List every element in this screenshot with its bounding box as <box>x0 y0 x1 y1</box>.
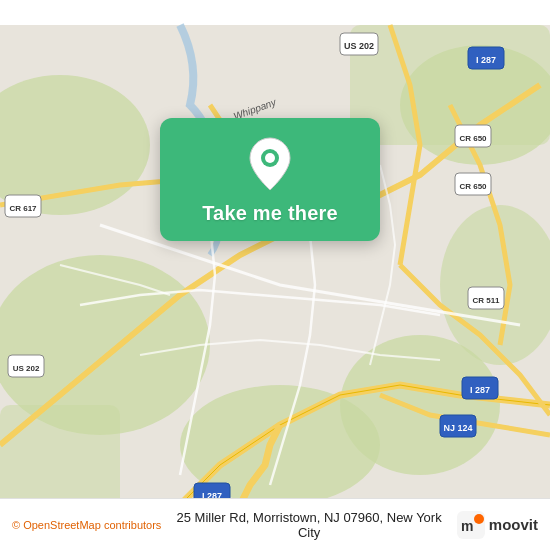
svg-text:I 287: I 287 <box>470 385 490 395</box>
svg-text:NJ 124: NJ 124 <box>443 423 472 433</box>
osm-contributors: contributors <box>104 519 161 531</box>
moovit-icon: m <box>457 511 485 539</box>
map-container: CR 617 US 202 US 202 CR 650 CR 650 CR 51… <box>0 0 550 550</box>
svg-text:CR 511: CR 511 <box>472 296 500 305</box>
svg-text:US 202: US 202 <box>344 41 374 51</box>
map-background: CR 617 US 202 US 202 CR 650 CR 650 CR 51… <box>0 0 550 550</box>
take-me-there-button[interactable]: Take me there <box>202 202 338 225</box>
location-pin-icon <box>247 136 293 192</box>
osm-link[interactable]: OpenStreetMap <box>23 519 101 531</box>
osm-credit: © OpenStreetMap contributors <box>12 519 161 531</box>
svg-text:CR 650: CR 650 <box>459 134 487 143</box>
svg-text:I 287: I 287 <box>476 55 496 65</box>
svg-rect-8 <box>350 25 550 145</box>
action-card: Take me there <box>160 118 380 241</box>
svg-text:CR 617: CR 617 <box>9 204 37 213</box>
svg-text:US 202: US 202 <box>13 364 40 373</box>
svg-point-34 <box>474 514 484 524</box>
osm-copyright-symbol: © <box>12 519 20 531</box>
moovit-logo-text: moovit <box>489 516 538 533</box>
svg-point-31 <box>265 153 275 163</box>
svg-text:m: m <box>461 518 473 534</box>
svg-text:CR 650: CR 650 <box>459 182 487 191</box>
address-text: 25 Miller Rd, Morristown, NJ 07960, New … <box>161 510 456 540</box>
bottom-bar: © OpenStreetMap contributors 25 Miller R… <box>0 498 550 550</box>
moovit-logo: m moovit <box>457 511 538 539</box>
